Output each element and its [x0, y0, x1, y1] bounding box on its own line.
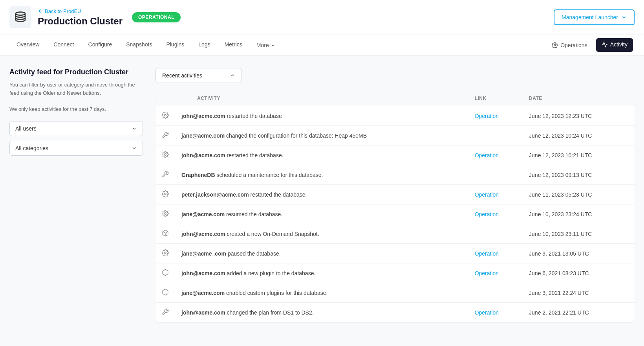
svg-point-2 — [165, 114, 166, 116]
plugin-icon — [162, 289, 169, 296]
activity-icon — [602, 41, 608, 48]
th-icon — [156, 91, 175, 106]
svg-point-4 — [165, 193, 166, 195]
activity-text: jane@acme.com changed the configuration … — [175, 126, 468, 145]
table-row: peter.jackson@acme.com restarted the dat… — [156, 185, 635, 204]
cluster-logo — [9, 6, 31, 28]
activity-text: john@acme.com restarted the database. — [175, 145, 468, 165]
activity-date: June 12, 2023 10:24 UTC — [523, 126, 635, 145]
activity-date: June 12, 2023 12:23 UTC — [523, 106, 635, 126]
activity-text: john@acme.com added a new plugin to the … — [175, 263, 468, 283]
activity-link[interactable]: Operation — [468, 263, 523, 283]
activity-icon-cell — [156, 126, 175, 145]
sidebar-desc1: You can filter by user or category and m… — [9, 81, 143, 98]
plugin-icon — [162, 269, 169, 276]
management-launcher-button[interactable]: Management Launcher — [554, 9, 635, 25]
nav-operations[interactable]: Operations — [545, 36, 594, 55]
wrench-icon — [162, 171, 169, 178]
header-title-group: Back to ProdEU Production Cluster — [38, 8, 123, 27]
svg-point-0 — [16, 12, 25, 15]
back-link[interactable]: Back to ProdEU — [38, 8, 123, 14]
nav-more[interactable]: More — [249, 36, 282, 55]
activity-icon-cell — [156, 244, 175, 263]
activity-link[interactable]: Operation — [468, 145, 523, 165]
nav-connect[interactable]: Connect — [46, 35, 81, 55]
main-content: Activity feed for Production Cluster You… — [0, 55, 644, 346]
activity-table: ACTIVITY LINK DATE john@acme.com restart… — [156, 91, 635, 322]
table-header-row: ACTIVITY LINK DATE — [156, 91, 635, 106]
chevron-down-icon — [132, 126, 137, 131]
th-date: DATE — [523, 91, 635, 106]
sidebar-title: Activity feed for Production Cluster — [9, 68, 143, 76]
operation-link[interactable]: Operation — [475, 270, 499, 276]
activity-text: jane@acme.com resumed the database. — [175, 204, 468, 224]
table-row: john@acme.com created a new On-Demand Sn… — [156, 224, 635, 244]
nav-snapshots[interactable]: Snapshots — [119, 35, 159, 55]
activity-link[interactable]: Operation — [468, 204, 523, 224]
nav-logs[interactable]: Logs — [191, 35, 217, 55]
activity-text: john@acme.com created a new On-Demand Sn… — [175, 224, 468, 244]
cluster-title: Production Cluster — [38, 16, 123, 27]
table-row: jane@acme.com enabled custom plugins for… — [156, 283, 635, 303]
operation-link[interactable]: Operation — [475, 309, 499, 316]
nav-configure[interactable]: Configure — [81, 35, 119, 55]
table-row: john@acme.com restarted the databaseOper… — [156, 106, 635, 126]
activity-icon-cell — [156, 263, 175, 283]
wrench-icon — [162, 308, 169, 315]
table-row: john@acme.com added a new plugin to the … — [156, 263, 635, 283]
svg-point-7 — [165, 252, 166, 254]
nav-plugins[interactable]: Plugins — [159, 35, 191, 55]
activity-date: June 6, 2021 08:23 UTC — [523, 263, 635, 283]
activity-link — [468, 126, 523, 145]
activity-link[interactable]: Operation — [468, 185, 523, 204]
nav-activity[interactable]: Activity — [596, 38, 633, 52]
table-row: jane@acme.com resumed the database.Opera… — [156, 204, 635, 224]
nav-metrics[interactable]: Metrics — [218, 35, 249, 55]
operation-link[interactable]: Operation — [475, 250, 499, 257]
activity-date: June 9, 2021 13:05 UTC — [523, 244, 635, 263]
operation-link[interactable]: Operation — [475, 152, 499, 158]
wrench-icon — [162, 131, 169, 138]
gear-icon — [552, 42, 558, 48]
feed-time-dropdown[interactable]: Recent activities — [156, 68, 242, 83]
activity-date: June 10, 2023 23:11 UTC — [523, 224, 635, 244]
sidebar: Activity feed for Production Cluster You… — [9, 68, 143, 333]
operation-link[interactable]: Operation — [475, 191, 499, 198]
chevron-up-icon — [230, 73, 235, 78]
activity-link[interactable]: Operation — [468, 303, 523, 322]
activity-text: john@acme.com restarted the database — [175, 106, 468, 126]
activity-date: June 10, 2023 23:24 UTC — [523, 204, 635, 224]
sidebar-desc2: We only keep activities for the past 7 d… — [9, 105, 143, 114]
activity-date: June 3, 2021 22:24 UTC — [523, 283, 635, 303]
user-filter-dropdown[interactable]: All users — [9, 121, 143, 136]
activity-icon-cell — [156, 106, 175, 126]
activity-link — [468, 283, 523, 303]
activity-icon-cell — [156, 204, 175, 224]
table-row: john@acme.com changed the plan from DS1 … — [156, 303, 635, 322]
svg-point-3 — [165, 154, 166, 156]
arrow-left-icon — [38, 8, 43, 14]
gear-icon — [162, 249, 169, 256]
svg-point-1 — [554, 44, 556, 46]
activity-link — [468, 224, 523, 244]
snapshot-icon — [162, 230, 169, 237]
activity-date: June 2, 2021 22:21 UTC — [523, 303, 635, 322]
status-badge: OPERATIONAL — [132, 12, 181, 22]
gear-icon — [162, 151, 169, 158]
svg-point-5 — [165, 213, 166, 215]
nav-overview[interactable]: Overview — [9, 35, 46, 55]
activity-link[interactable]: Operation — [468, 244, 523, 263]
gear-icon — [162, 190, 169, 197]
chevron-down-icon — [621, 15, 627, 20]
activity-icon-cell — [156, 165, 175, 185]
activity-date: June 12, 2023 10:21 UTC — [523, 145, 635, 165]
operation-link[interactable]: Operation — [475, 211, 499, 217]
activity-icon-cell — [156, 185, 175, 204]
chevron-down-icon — [271, 43, 275, 48]
database-icon — [14, 11, 27, 24]
operation-link[interactable]: Operation — [475, 113, 499, 119]
main-nav: Overview Connect Configure Snapshots Plu… — [0, 35, 644, 55]
category-filter-dropdown[interactable]: All categories — [9, 141, 143, 156]
activity-date: June 11, 2023 05:23 UTC — [523, 185, 635, 204]
activity-link[interactable]: Operation — [468, 106, 523, 126]
